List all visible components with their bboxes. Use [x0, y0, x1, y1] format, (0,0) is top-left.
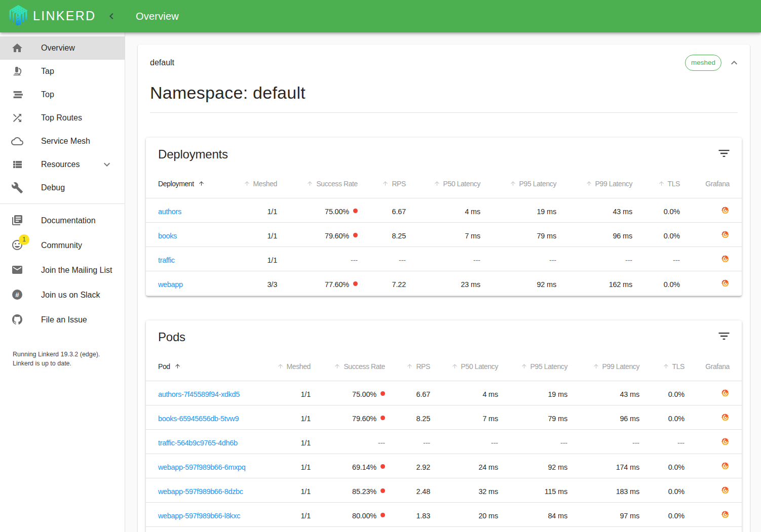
svg-text:#: # [15, 291, 19, 299]
